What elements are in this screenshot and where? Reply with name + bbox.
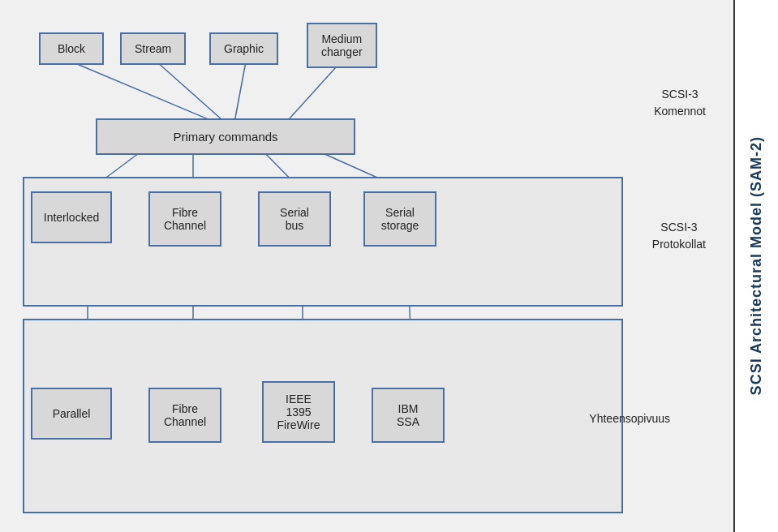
block-box: Block — [39, 32, 104, 65]
block-label: Block — [58, 42, 85, 55]
interlocked-label: Interlocked — [44, 211, 99, 224]
svg-line-2 — [234, 62, 246, 127]
svg-line-0 — [71, 62, 226, 127]
parallel-box: Parallel — [31, 388, 112, 440]
scsi3-komennot-text: SCSI-3Komennot — [654, 88, 706, 118]
yhteensopivuus-label: Yhteensopivuus — [589, 412, 670, 425]
fibre-channel-1-box: FibreChannel — [148, 191, 221, 247]
serial-bus-label: Serialbus — [280, 206, 309, 232]
sam2-label: SCSI Architectural Model (SAM-2) — [748, 136, 765, 395]
parallel-label: Parallel — [53, 407, 91, 420]
stream-box: Stream — [120, 32, 186, 65]
serial-bus-box: Serialbus — [258, 191, 331, 247]
fibre1-label: FibreChannel — [164, 206, 206, 232]
stream-label: Stream — [135, 42, 171, 55]
svg-line-1 — [157, 62, 230, 127]
graphic-label: Graphic — [224, 42, 264, 55]
fibre2-label: FibreChannel — [164, 402, 206, 428]
diagram-area: Block Stream Graphic Mediumchanger Prima… — [0, 0, 733, 532]
scsi3-protokollat-label: SCSI-3Protokollat — [652, 219, 706, 253]
interlocked-box: Interlocked — [31, 191, 112, 243]
scsi3-protokollat-text: SCSI-3Protokollat — [652, 221, 706, 251]
fibre-channel-2-box: FibreChannel — [148, 388, 221, 443]
serial-storage-box: Serialstorage — [363, 191, 436, 247]
medium-changer-label: Mediumchanger — [321, 32, 363, 58]
primary-commands-box: Primary commands — [96, 118, 355, 155]
svg-line-3 — [282, 59, 343, 127]
yhteensopivuus-text: Yhteensopivuus — [589, 412, 670, 425]
serial-storage-label: Serialstorage — [381, 206, 419, 232]
ibm-ssa-box: IBMSSA — [372, 388, 445, 443]
main-container: Block Stream Graphic Mediumchanger Prima… — [0, 0, 778, 532]
ibm-ssa-label: IBMSSA — [397, 402, 419, 428]
graphic-box: Graphic — [209, 32, 278, 65]
scsi3-komennot-label: SCSI-3Komennot — [654, 86, 706, 120]
diagram-inner: Block Stream Graphic Mediumchanger Prima… — [15, 15, 719, 517]
medium-changer-box: Mediumchanger — [307, 23, 377, 68]
right-label-area: SCSI Architectural Model (SAM-2) — [733, 0, 778, 532]
ieee-label: IEEE1395FireWire — [277, 393, 320, 431]
primary-commands-label: Primary commands — [173, 130, 277, 144]
ieee-box: IEEE1395FireWire — [262, 381, 335, 443]
